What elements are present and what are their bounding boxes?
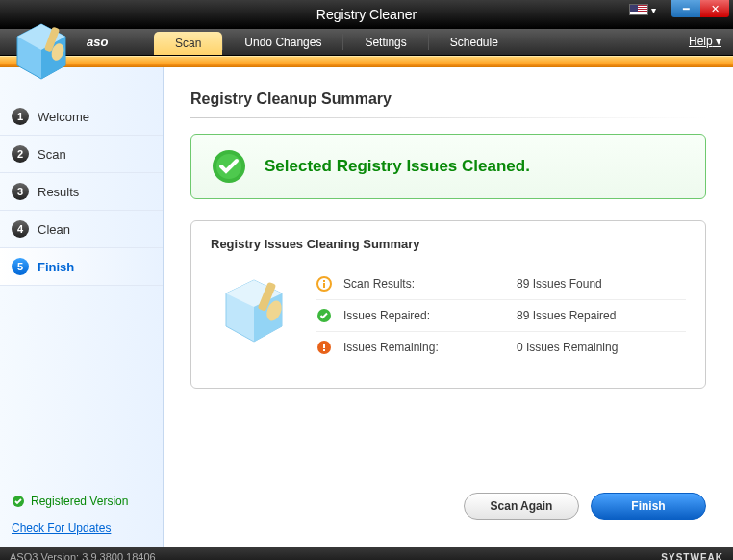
step-label: Clean <box>38 222 70 237</box>
help-link[interactable]: Help ▾ <box>689 35 721 48</box>
tab-schedule[interactable]: Schedule <box>429 29 519 55</box>
summary-title: Registry Issues Cleaning Summary <box>211 237 686 251</box>
company-label: SYSTWEAK <box>661 552 723 561</box>
summary-row-repaired: Issues Repaired: 89 Issues Repaired <box>316 300 686 332</box>
info-icon <box>316 276 332 292</box>
step-scan[interactable]: 2Scan <box>0 136 163 173</box>
sidebar-footer: Registered Version Check For Updates <box>0 483 163 547</box>
summary-row-remaining: Issues Remaining: 0 Issues Remaining <box>316 332 686 363</box>
main-panel: Registry Cleanup Summary Selected Regist… <box>164 67 733 547</box>
finish-button[interactable]: Finish <box>591 493 706 520</box>
page-title: Registry Cleanup Summary <box>190 90 706 108</box>
sidebar: 1Welcome 2Scan 3Results 4Clean 5Finish R… <box>0 67 164 547</box>
window-controls: ━ ✕ <box>671 0 729 17</box>
step-clean[interactable]: 4Clean <box>0 211 163 248</box>
step-label: Welcome <box>38 110 89 124</box>
svg-rect-15 <box>323 283 325 288</box>
statusbar: ASO3 Version: 3.9.3800.18406 SYSTWEAK <box>0 547 733 560</box>
summary-box: Registry Issues Cleaning Summary Scan Re… <box>190 220 706 389</box>
check-circle-icon <box>12 495 25 508</box>
minimize-button[interactable]: ━ <box>671 0 700 17</box>
summary-row-scan-results: Scan Results: 89 Issues Found <box>316 268 686 300</box>
success-banner: Selected Registry Issues Cleaned. <box>190 134 706 199</box>
tab-scan[interactable]: Scan <box>154 32 222 55</box>
success-text: Selected Registry Issues Cleaned. <box>265 157 530 176</box>
step-finish[interactable]: 5Finish <box>0 248 163 286</box>
registered-version: Registered Version <box>12 495 151 508</box>
svg-rect-18 <box>323 344 325 348</box>
summary-table: Scan Results: 89 Issues Found Issues Rep… <box>316 268 686 363</box>
check-circle-icon <box>316 308 332 323</box>
close-button[interactable]: ✕ <box>700 0 729 17</box>
chevron-down-icon: ▾ <box>651 5 656 15</box>
chevron-down-icon: ▾ <box>716 35 721 48</box>
window-title: Registry Cleaner <box>316 7 417 22</box>
success-check-icon <box>211 148 247 185</box>
accent-bar <box>0 56 733 64</box>
version-label: ASO3 Version: 3.9.3800.18406 <box>10 551 156 560</box>
scan-again-button[interactable]: Scan Again <box>464 493 579 520</box>
language-selector[interactable]: ▾ <box>629 4 656 15</box>
step-results[interactable]: 3Results <box>0 173 163 211</box>
step-welcome[interactable]: 1Welcome <box>0 98 163 136</box>
menubar: aso Scan Undo Changes Settings Schedule … <box>0 29 733 56</box>
content: 1Welcome 2Scan 3Results 4Clean 5Finish R… <box>0 67 733 547</box>
action-buttons: Scan Again Finish <box>464 493 706 520</box>
flag-us-icon <box>629 4 648 15</box>
wizard-steps: 1Welcome 2Scan 3Results 4Clean 5Finish <box>0 98 163 286</box>
app-logo-icon <box>8 19 75 90</box>
svg-rect-19 <box>323 349 325 351</box>
tab-settings[interactable]: Settings <box>343 29 427 55</box>
titlebar: Registry Cleaner ▾ ━ ✕ <box>0 0 733 29</box>
cube-brush-icon <box>211 268 297 355</box>
step-label: Results <box>38 185 79 199</box>
step-label: Scan <box>38 147 66 162</box>
step-label: Finish <box>38 260 74 274</box>
check-updates-link[interactable]: Check For Updates <box>12 522 151 535</box>
svg-rect-14 <box>323 280 325 282</box>
tab-undo-changes[interactable]: Undo Changes <box>223 29 342 55</box>
alert-circle-icon <box>316 340 332 355</box>
